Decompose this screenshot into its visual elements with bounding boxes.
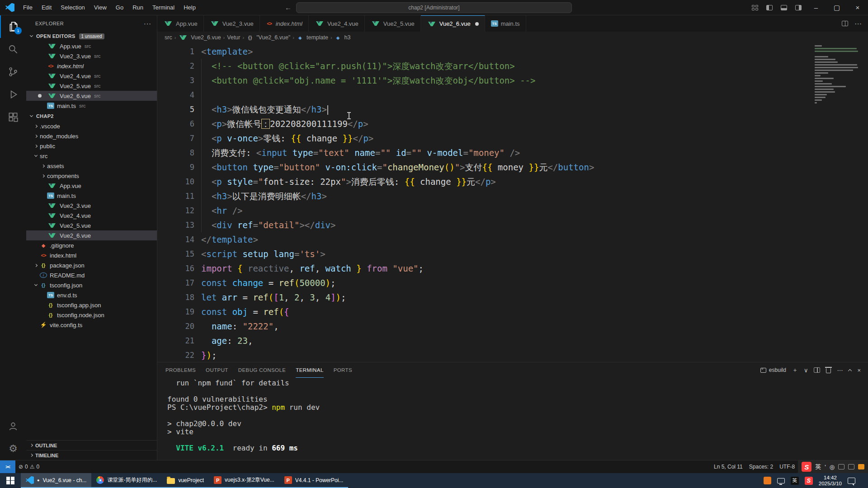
open-editor-item[interactable]: Vue2_3.vuesrc <box>26 51 157 61</box>
run-debug-icon[interactable] <box>0 83 26 106</box>
code-line[interactable]: 2 <!-- <button @click="arr.push(11)">深度w… <box>157 59 868 73</box>
settings-gear-icon[interactable]: ⚙ <box>0 437 26 460</box>
sogou-logo-icon[interactable]: S <box>802 462 811 472</box>
taskbar-app-folder[interactable]: vueProject <box>162 473 209 488</box>
customize-layout-icon[interactable] <box>752 5 758 10</box>
toggle-panel-icon[interactable] <box>781 5 787 10</box>
tree-item[interactable]: {}tsconfig.app.json <box>26 300 157 310</box>
tree-item[interactable]: node_modules <box>26 131 157 141</box>
menu-help[interactable]: Help <box>179 2 200 13</box>
menu-run[interactable]: Run <box>128 2 147 13</box>
tree-item[interactable]: {}tsconfig.json <box>26 280 157 290</box>
tab-Vue2_5.vue[interactable]: Vue2_5.vue <box>365 15 421 32</box>
maximize-panel-icon[interactable] <box>848 369 852 372</box>
timeline-section[interactable]: TIMELINE <box>26 450 157 460</box>
breadcrumb-item[interactable]: ◈h3 <box>335 34 351 41</box>
menu-file[interactable]: File <box>19 2 37 13</box>
code-line[interactable]: 16import { reactive, ref, watch } from "… <box>157 261 868 276</box>
tray-app-icon[interactable] <box>764 477 771 484</box>
open-editors-header[interactable]: OPEN EDITORS 1 unsaved <box>26 31 157 41</box>
tree-item[interactable]: <>index.html <box>26 250 157 260</box>
breadcrumb-item[interactable]: src <box>165 34 172 41</box>
tree-item[interactable]: ⚡vite.config.ts <box>26 320 157 330</box>
code-line[interactable]: 3 <button @click="obj.name = '1111'">深度w… <box>157 73 868 88</box>
tree-item[interactable]: iREADME.md <box>26 270 157 280</box>
menu-view[interactable]: View <box>90 2 111 13</box>
code-line[interactable]: 1<template> <box>157 44 868 59</box>
panel-tab-problems[interactable]: PROBLEMS <box>165 362 196 378</box>
tree-item[interactable]: {}package.json <box>26 260 157 270</box>
tree-item[interactable]: src <box>26 151 157 161</box>
ime-keyboard-icon[interactable] <box>838 464 844 469</box>
tab-Vue2_4.vue[interactable]: Vue2_4.vue <box>309 15 365 32</box>
tab-App.vue[interactable]: App.vue <box>157 15 204 32</box>
tree-item[interactable]: assets <box>26 161 157 171</box>
breadcrumb-item[interactable]: Vetur <box>227 34 240 41</box>
tree-item[interactable]: Vue2_4.vue <box>26 211 157 221</box>
tree-item[interactable]: Vue2_5.vue <box>26 221 157 230</box>
ime-circle-icon[interactable]: ◎ <box>830 464 835 470</box>
back-arrow-icon[interactable]: ← <box>285 4 292 11</box>
close-panel-icon[interactable]: × <box>857 367 861 374</box>
taskbar-app-vscode[interactable]: ●Vue2_6.vue - ch... <box>21 473 91 488</box>
split-editor-icon[interactable] <box>842 21 848 26</box>
code-line[interactable]: 19const obj = ref({ <box>157 305 868 319</box>
tree-item[interactable]: Vue2_6.vue <box>26 230 157 240</box>
tray-display-icon[interactable] <box>777 478 785 483</box>
split-terminal-icon[interactable] <box>814 367 820 373</box>
code-editor[interactable]: 1<template>2 <!-- <button @click="arr.pu… <box>157 43 868 362</box>
menu-go[interactable]: Go <box>112 2 127 13</box>
open-editor-item[interactable]: App.vuesrc <box>26 41 157 51</box>
tree-item[interactable]: Vue2_3.vue <box>26 201 157 211</box>
menu-edit[interactable]: Edit <box>38 2 56 13</box>
notification-center-icon[interactable] <box>848 478 855 484</box>
tab-Vue2_3.vue[interactable]: Vue2_3.vue <box>204 15 260 32</box>
terminal-dropdown-icon[interactable]: ∨ <box>804 367 808 374</box>
tab-index.html[interactable]: <>index.html <box>260 15 309 32</box>
toggle-sidebar-icon[interactable] <box>766 5 773 10</box>
open-editor-item[interactable]: <>index.html <box>26 61 157 71</box>
tray-sogou-icon[interactable]: S <box>805 477 813 485</box>
breadcrumb-item[interactable]: {}"Vue2_6.vue" <box>246 34 290 41</box>
indentation[interactable]: Spaces: 2 <box>746 464 776 470</box>
command-center-search[interactable]: chap2 [Administrator] <box>296 2 572 13</box>
account-icon[interactable] <box>0 415 26 437</box>
code-line[interactable]: 6 <p>微信帐号：202208200111199</p> <box>157 117 868 131</box>
tree-item[interactable]: public <box>26 141 157 151</box>
tree-item[interactable]: ◆.gitignore <box>26 240 157 250</box>
taskbar-app-chrome[interactable]: 课堂派-简单好用的... <box>91 473 162 488</box>
open-editor-item[interactable]: Vue2_5.vuesrc <box>26 81 157 91</box>
close-button[interactable]: × <box>847 0 868 15</box>
code-line[interactable]: 17const change = ref(50000); <box>157 276 868 290</box>
open-editor-item[interactable]: TSmain.tssrc <box>26 101 157 111</box>
code-line[interactable]: 14</template> <box>157 232 868 247</box>
ime-toolbox-icon[interactable] <box>858 464 864 469</box>
code-line[interactable]: 13 <div ref="detail"></div> <box>157 218 868 232</box>
code-line[interactable]: 22}); <box>157 348 868 362</box>
tree-item[interactable]: {}tsconfig.node.json <box>26 310 157 320</box>
panel-tab-output[interactable]: OUTPUT <box>206 362 228 378</box>
cursor-position[interactable]: Ln 5, Col 11 <box>711 464 746 470</box>
panel-tab-debug-console[interactable]: DEBUG CONSOLE <box>238 362 286 378</box>
code-line[interactable]: 9 <button type="button" v-on:click="chan… <box>157 160 868 174</box>
tray-ime-language[interactable]: 英 <box>791 477 799 485</box>
ime-language-toggle[interactable]: 英 <box>815 463 821 471</box>
breadcrumb-item[interactable]: Vue2_6.vue <box>178 34 221 41</box>
terminal-output[interactable]: run `npm fund` for details found 0 vulne… <box>157 378 868 460</box>
breadcrumb[interactable]: src›Vue2_6.vue›Vetur›{}"Vue2_6.vue"›◈tem… <box>157 32 868 43</box>
code-line[interactable]: 12 <hr /> <box>157 203 868 218</box>
tree-item[interactable]: TSenv.d.ts <box>26 290 157 300</box>
toggle-secondary-sidebar-icon[interactable] <box>795 5 802 10</box>
panel-tab-terminal[interactable]: TERMINAL <box>296 362 323 378</box>
tree-item[interactable]: components <box>26 171 157 181</box>
menu-selection[interactable]: Selection <box>57 2 89 13</box>
new-terminal-icon[interactable]: ＋ <box>792 366 798 374</box>
more-actions-icon[interactable]: ⋯ <box>854 19 862 28</box>
taskbar-app-ppt[interactable]: Pvuejs3.x-第2章Vue... <box>209 473 279 488</box>
code-line[interactable]: 7 <p v-once>零钱: {{ change }}</p> <box>157 131 868 145</box>
open-editor-item[interactable]: Vue2_6.vuesrc <box>26 91 157 101</box>
source-control-icon[interactable] <box>0 61 26 83</box>
explorer-icon[interactable]: 1 <box>0 15 26 38</box>
panel-tab-ports[interactable]: PORTS <box>334 362 352 378</box>
encoding[interactable]: UTF-8 <box>776 464 798 470</box>
